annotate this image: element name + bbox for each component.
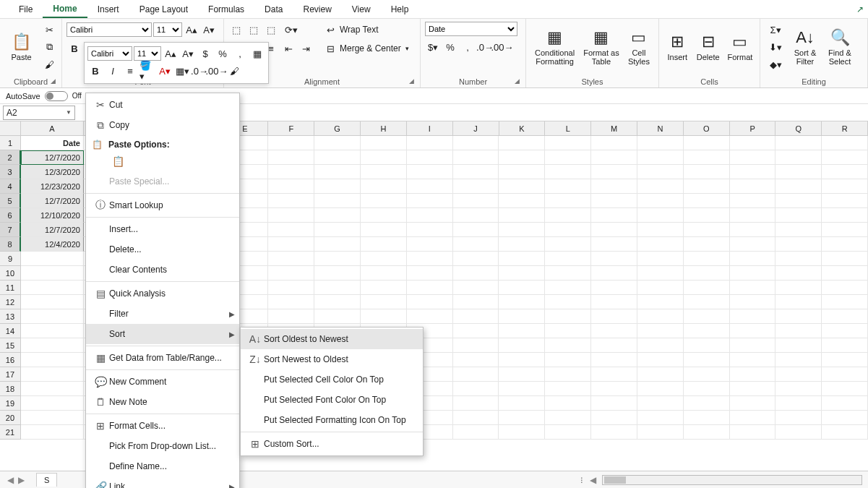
cell[interactable] [591,136,637,150]
cell[interactable] [21,338,84,353]
cell[interactable] [684,179,730,194]
cell[interactable] [637,411,684,425]
cell[interactable] [684,165,730,179]
tab-review[interactable]: Review [293,1,341,17]
cell[interactable] [775,150,822,165]
cell[interactable] [453,150,499,165]
col-header-a[interactable]: A [21,121,84,136]
ctx-define-name[interactable]: Define Name... [86,456,239,476]
row-header[interactable]: 12 [0,295,21,309]
row-header[interactable]: 16 [0,353,21,367]
cell[interactable] [730,396,776,411]
mini-font-select[interactable]: Calibri [87,46,132,61]
cell[interactable] [822,194,868,208]
cell[interactable] [775,396,822,411]
cell[interactable] [453,237,499,252]
cell[interactable] [775,425,822,440]
cell[interactable] [822,208,868,223]
cell[interactable] [591,382,637,396]
cell[interactable] [268,208,314,223]
cell[interactable] [591,353,637,367]
cell[interactable] [268,237,314,252]
number-format-select[interactable]: Date [425,22,517,36]
cell[interactable] [499,295,545,309]
share-button[interactable]: ↗ [852,3,868,16]
cell[interactable] [314,136,361,150]
cell[interactable] [407,309,453,324]
cell[interactable] [684,237,730,252]
comma-icon[interactable]: , [460,39,476,55]
col-header-f[interactable]: F [268,121,314,136]
decrease-font-icon[interactable]: A▾ [201,22,217,38]
cell[interactable] [637,382,684,396]
cell[interactable] [545,165,591,179]
tab-data[interactable]: Data [254,1,293,17]
ctx-sort[interactable]: Sort▶ [86,324,239,344]
cell[interactable] [545,338,591,353]
cell[interactable] [361,309,407,324]
cell[interactable] [684,295,730,309]
cell[interactable] [775,165,822,179]
cell[interactable] [684,309,730,324]
cell[interactable] [775,353,822,367]
cell[interactable] [684,396,730,411]
find-select-button[interactable]: 🔍Find & Select [824,22,856,72]
ctx-copy[interactable]: ⧉Copy [86,115,239,135]
col-header-q[interactable]: Q [775,121,822,136]
mini-italic-button[interactable]: I [105,63,121,79]
cell[interactable] [545,324,591,338]
cell[interactable] [775,208,822,223]
cell[interactable] [730,353,776,367]
mini-percent-icon[interactable]: % [215,46,231,61]
cell[interactable] [684,324,730,338]
cell[interactable] [499,165,545,179]
tab-insert[interactable]: Insert [87,1,129,17]
cell[interactable] [591,252,637,266]
cell[interactable] [314,223,361,237]
mini-size-select[interactable]: 11 [134,46,161,61]
cell[interactable] [730,150,776,165]
cell[interactable] [730,223,776,237]
cell[interactable] [730,295,776,309]
cell[interactable] [684,425,730,440]
row-header[interactable]: 9 [0,252,21,266]
mini-font-color-icon[interactable]: A▾ [157,63,173,79]
cell[interactable] [775,309,822,324]
cell[interactable] [822,266,868,281]
cell[interactable] [361,150,407,165]
cell[interactable] [407,179,453,194]
cell[interactable] [314,266,361,281]
cell[interactable] [268,179,314,194]
row-header[interactable]: 4 [0,179,21,194]
row-header[interactable]: 3 [0,165,21,179]
cell[interactable] [21,266,84,281]
cell[interactable] [499,411,545,425]
cell[interactable] [314,165,361,179]
cell[interactable]: Date [21,136,84,150]
cell[interactable] [407,208,453,223]
col-header-l[interactable]: L [545,121,591,136]
autosave-toggle[interactable] [45,91,68,101]
cell[interactable] [453,309,499,324]
tab-formulas[interactable]: Formulas [198,1,254,17]
cell[interactable] [361,295,407,309]
cell[interactable] [314,295,361,309]
tab-page-layout[interactable]: Page Layout [129,1,198,17]
cell[interactable] [314,237,361,252]
row-header[interactable]: 5 [0,194,21,208]
cell[interactable] [499,353,545,367]
cell[interactable] [591,338,637,353]
cell[interactable] [591,295,637,309]
cell[interactable] [637,165,684,179]
clear-icon[interactable]: ◆▾ [765,56,786,72]
cell[interactable] [545,179,591,194]
row-header[interactable]: 10 [0,266,21,281]
cell[interactable] [499,309,545,324]
cell[interactable] [453,324,499,338]
cell[interactable] [637,136,684,150]
cell[interactable] [637,367,684,382]
cell[interactable] [545,252,591,266]
cell[interactable] [545,411,591,425]
cell[interactable] [499,324,545,338]
cell[interactable] [684,382,730,396]
